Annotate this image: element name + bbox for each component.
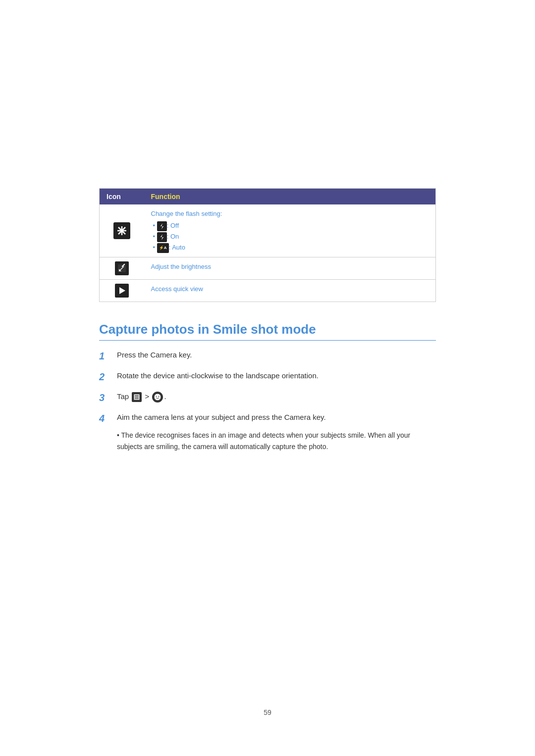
step-item-3: 3 Tap > [99,391,436,405]
icon-function-table: Icon Function [99,188,436,302]
step-text-3: Tap > [117,391,436,403]
step-number-2: 2 [99,369,117,384]
function-cell-quickview: Access quick view [144,280,436,302]
flash-icon [113,222,130,239]
smile-icon-inline [152,392,163,403]
play-icon [115,284,129,298]
icon-cell-brightness [100,257,144,280]
content-area: Icon Function [0,0,535,508]
function-text-quickview: Access quick view [151,285,203,293]
table-header-icon: Icon [100,189,144,205]
brightness-icon [115,261,129,275]
table-row: Adjust the brightness [100,257,436,280]
page-container: Icon Function [0,0,535,756]
function-cell-brightness: Adjust the brightness [144,257,436,280]
table-row: Change the flash setting: : Off [100,204,436,257]
table-header-function: Function [144,189,436,205]
steps-list: 1 Press the Camera key. 2 Rotate the dev… [99,350,436,452]
step-number-1: 1 [99,349,117,363]
menu-icon-inline [132,392,142,402]
step-text-1: Press the Camera key. [117,350,436,361]
function-cell-flash: Change the flash setting: : Off [144,204,436,257]
svg-point-14 [156,396,157,397]
step-item-1: 1 Press the Camera key. [99,350,436,363]
step-number-4: 4 [99,411,117,426]
step-number-3: 3 [99,390,117,405]
section-title: Capture photos in Smile shot mode [99,322,436,341]
flash-auto-icon: ⚡A [157,243,169,253]
function-title-flash: Change the flash setting: [151,208,429,219]
step-sub-bullet-4: The device recognises faces in an image … [117,431,410,450]
icon-cell-quickview [100,280,144,302]
svg-marker-8 [119,287,125,294]
function-text-brightness: Adjust the brightness [151,263,211,270]
flash-options-list: : Off : On ⚡A: Auto [151,220,429,253]
table-row: Access quick view [100,280,436,302]
step-item-4: 4 Aim the camera lens at your subject an… [99,412,436,452]
step-sub-4: The device recognises faces in an image … [117,430,436,452]
flash-option-auto: ⚡A: Auto [153,242,429,253]
page-number: 59 [264,708,271,716]
svg-point-13 [154,394,161,401]
step-text-4: Aim the camera lens at your subject and … [117,412,436,423]
flash-option-on: : On [153,231,429,242]
icon-cell-flash [100,204,144,257]
flash-option-off: : Off [153,220,429,231]
flash-on-icon [157,232,167,242]
svg-point-15 [159,396,160,397]
step-text-2: Rotate the device anti-clockwise to the … [117,370,436,382]
flash-off-icon [157,221,167,231]
step-item-2: 2 Rotate the device anti-clockwise to th… [99,370,436,384]
